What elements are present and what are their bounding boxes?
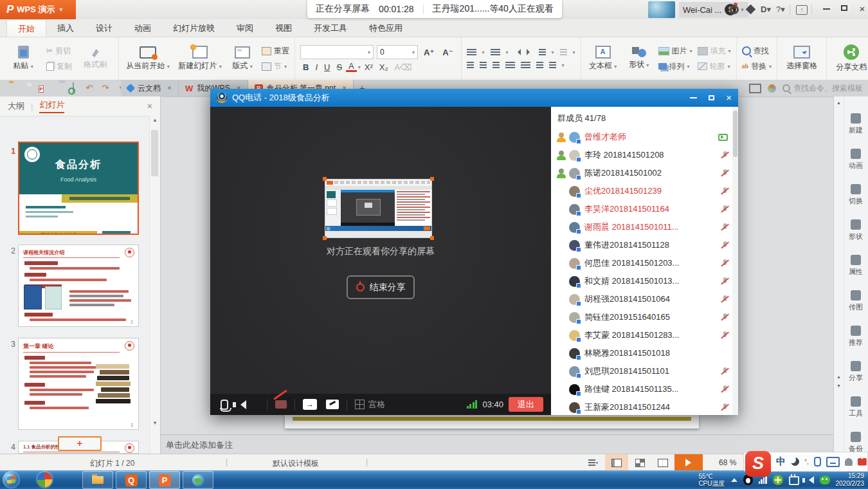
start-button[interactable]: [3, 471, 20, 488]
menu-tab-6[interactable]: 视图: [264, 19, 303, 37]
align-center-icon[interactable]: [480, 62, 487, 69]
hide-ribbon-icon[interactable]: ↑: [796, 5, 808, 15]
previous-slide-icon[interactable]: ▲: [834, 374, 844, 379]
font-family-select[interactable]: ▾: [300, 45, 374, 59]
member-row-15[interactable]: 王新豪2018141501244: [551, 398, 738, 415]
underline-button[interactable]: U: [321, 62, 332, 72]
pdf-reader-taskbar-button[interactable]: Q: [116, 471, 147, 489]
speaker-button[interactable]: [236, 400, 246, 409]
add-slide-button[interactable]: +: [58, 436, 102, 451]
voice-input-icon[interactable]: [814, 457, 821, 466]
numbered-list-icon[interactable]: [491, 49, 500, 56]
skin-center-icon[interactable]: [858, 458, 867, 466]
member-row-8[interactable]: 和文婧 2018141501013...: [551, 272, 738, 290]
copy-button[interactable]: 复制: [46, 61, 72, 72]
mic-muted-icon[interactable]: [721, 403, 728, 412]
browser-taskbar-icon[interactable]: [37, 472, 52, 487]
member-row-12[interactable]: 林晓雅2018141501018: [551, 344, 738, 362]
decrease-font-button[interactable]: A⁻: [440, 48, 455, 57]
scrollbar-thumb[interactable]: [733, 111, 737, 157]
strikethrough-button[interactable]: S: [334, 62, 345, 72]
distribute-icon[interactable]: [521, 62, 530, 69]
reset-button[interactable]: 重置: [262, 46, 289, 57]
notes-area[interactable]: 单击此处添加备注: [161, 434, 833, 454]
increase-font-button[interactable]: A⁺: [421, 48, 437, 57]
mic-muted-icon[interactable]: [721, 187, 728, 196]
play-from-current-button[interactable]: 从当前开始 ▾: [124, 46, 172, 71]
close-panel-icon[interactable]: ×: [147, 101, 152, 111]
camera-off-button[interactable]: [275, 400, 287, 409]
zoom-level[interactable]: 68 %: [719, 458, 736, 467]
member-row-1[interactable]: 李玲 2018141501208: [551, 146, 738, 164]
help-menu-icon[interactable]: ?▾: [775, 5, 786, 15]
mic-muted-icon[interactable]: [721, 331, 728, 340]
menu-tab-3[interactable]: 动画: [123, 19, 162, 37]
member-row-4[interactable]: 李昊洋2018141501164: [551, 200, 738, 218]
mic-muted-icon[interactable]: [721, 169, 728, 178]
member-row-3[interactable]: 尘优2018141501239: [551, 182, 738, 200]
screen-share-icon[interactable]: [718, 134, 728, 141]
font-color-button[interactable]: A: [346, 62, 357, 72]
next-slide-icon[interactable]: ▼: [834, 383, 844, 388]
mic-muted-icon[interactable]: [721, 259, 728, 268]
exit-call-button[interactable]: 退出: [509, 397, 543, 412]
outline-button[interactable]: 轮廓 ▾: [698, 61, 731, 72]
qq-minimize-button[interactable]: [690, 97, 697, 98]
view-options-icon[interactable]: ▾: [582, 454, 605, 471]
doc-tab-0[interactable]: 云文档×: [121, 80, 179, 97]
text-box-button[interactable]: A 文本框 ▾: [586, 46, 620, 71]
share-document-button[interactable]: 分享文档: [832, 44, 868, 73]
sogou-logo-icon[interactable]: S: [745, 451, 771, 477]
selection-pane-button[interactable]: 选择窗格: [782, 46, 821, 71]
columns-icon[interactable]: [560, 49, 567, 56]
volume-tray-icon[interactable]: [805, 476, 814, 484]
members-scrollbar[interactable]: [732, 107, 738, 415]
document-scrollbar[interactable]: ▲ ▲ ▼: [834, 97, 844, 457]
qq-close-button[interactable]: ×: [726, 93, 732, 102]
fill-button[interactable]: 填充 ▾: [698, 46, 731, 57]
member-row-13[interactable]: 刘思琪2018141501101: [551, 362, 738, 380]
scroll-up-icon[interactable]: ▲: [150, 116, 160, 125]
power-tray-icon[interactable]: [789, 476, 799, 485]
mic-muted-icon[interactable]: [721, 385, 728, 394]
wps-taskbar-button[interactable]: P: [149, 471, 180, 489]
skin-icon[interactable]: [728, 5, 740, 15]
command-search-box[interactable]: 查找命令、搜索模板: [782, 83, 863, 94]
reading-view-button[interactable]: [651, 454, 674, 471]
subscript-button[interactable]: X₂: [377, 62, 391, 72]
play-window-icon[interactable]: [749, 84, 761, 93]
member-row-9[interactable]: 胡柽强2018141501064: [551, 290, 738, 308]
slide-sorter-view-button[interactable]: [628, 454, 651, 471]
sidebar-tool-6[interactable]: 推荐: [849, 326, 863, 347]
member-row-6[interactable]: 董伟进2018141501128: [551, 236, 738, 254]
normal-view-button[interactable]: [605, 454, 628, 471]
scroll-up-icon[interactable]: ▲: [834, 100, 844, 105]
sidebar-tool-1[interactable]: 动画: [849, 149, 863, 171]
assistant-icon[interactable]: [768, 84, 776, 93]
thumbnail-scrollbar[interactable]: ▲ ▼: [149, 116, 160, 454]
scrollbar-thumb[interactable]: [151, 130, 158, 176]
increase-indent-icon[interactable]: [527, 49, 533, 55]
clear-format-button[interactable]: A⌫: [392, 62, 414, 72]
slide-thumbnail-2[interactable]: 课程相关情况介绍 2: [18, 244, 139, 327]
explorer-taskbar-button[interactable]: [82, 471, 113, 489]
menu-tab-7[interactable]: 开发工具: [303, 19, 358, 37]
mic-muted-icon[interactable]: [721, 241, 728, 250]
fullwidth-mode-icon[interactable]: [791, 457, 799, 466]
language-mode-indicator[interactable]: 中: [776, 456, 786, 468]
antivirus-tray-icon[interactable]: [773, 475, 783, 485]
section-button[interactable]: 节 ▾: [262, 61, 289, 72]
member-row-10[interactable]: 简钰佳2019151640165: [551, 308, 738, 326]
save-icon[interactable]: [20, 83, 30, 93]
microphone-button[interactable]: [221, 400, 228, 410]
member-row-7[interactable]: 何思佳 2018141501203...: [551, 254, 738, 272]
align-left-icon[interactable]: [467, 62, 474, 69]
wechat-tray-icon[interactable]: [820, 475, 830, 484]
close-button[interactable]: ×: [854, 4, 868, 15]
italic-button[interactable]: I: [312, 62, 320, 72]
menu-tab-0[interactable]: 开始: [6, 19, 46, 37]
taskbar-clock[interactable]: 15:29 2020/2/23: [836, 472, 865, 488]
end-share-button[interactable]: 结束分享: [347, 275, 415, 299]
member-row-0[interactable]: 曾维才老师: [551, 128, 738, 146]
sidebar-tool-8[interactable]: 工具: [849, 396, 863, 418]
